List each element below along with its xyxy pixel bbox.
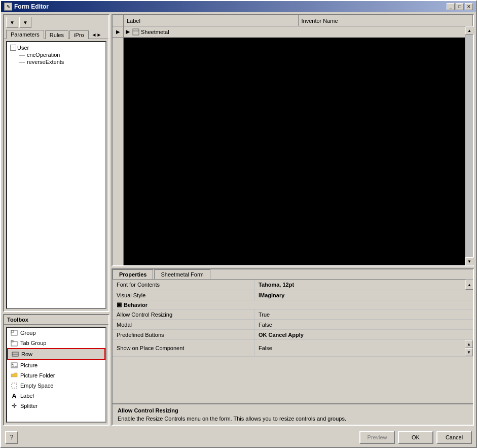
toolbox-label-picturefolder: Picture Folder [20, 372, 55, 378]
toolbox-item-tabgroup[interactable]: Tab Group [7, 338, 105, 348]
tree-item-cnc[interactable]: — cncOperation [9, 51, 103, 58]
prop-name-font: Font for Contents [113, 280, 254, 290]
description-text: Enable the Resize Controls menu on the f… [118, 416, 468, 422]
label-icon: A [10, 392, 18, 400]
prop-value-font[interactable]: Tahoma, 12pt [254, 280, 465, 290]
prop-scrollbar-right[interactable]: ▲ ▼ [465, 340, 473, 356]
toolbox-label-picture: Picture [20, 362, 38, 368]
parameters-panel: ▼ ▼ Parameters Rules iPro ◄► - [3, 14, 109, 312]
prop-content: Font for Contents Tahoma, 12pt ▲ Visual … [113, 280, 473, 403]
prop-value-acr[interactable]: True [254, 309, 473, 319]
canvas-area: Label Inventor Name ▶ [112, 14, 474, 266]
tabs-row: Parameters Rules iPro ◄► [4, 29, 108, 39]
prop-value-modal[interactable]: False [254, 320, 473, 329]
prop-name-modal: Modal [113, 320, 254, 329]
title-buttons: _ □ ✕ [447, 3, 473, 10]
form-canvas[interactable] [124, 38, 465, 265]
toolbox-title: Toolbox [4, 315, 108, 325]
prop-scroll-bottom[interactable]: ▼ [465, 348, 473, 356]
filter-icon: ▼ [10, 20, 15, 25]
section-behavior: ▣ Behavior [113, 300, 473, 309]
svg-point-7 [12, 364, 14, 365]
tree-expand-root[interactable]: - [10, 45, 16, 51]
prop-scroll-top[interactable]: ▲ [465, 340, 473, 348]
restore-button[interactable]: □ [456, 3, 464, 10]
col-header-label: Label [124, 15, 299, 26]
emptyspace-icon [10, 382, 18, 390]
toolbox-list: Group Tab Group Row [6, 327, 106, 423]
prop-row-visual: Visual Style iMaginary [113, 290, 473, 300]
canvas-header-left [113, 15, 124, 26]
tab-parameters[interactable]: Parameters [6, 30, 44, 39]
minimize-button[interactable]: _ [447, 3, 455, 10]
properties-panel: Properties Sheetmetal Form Font for Cont… [112, 268, 474, 426]
filter-button[interactable]: ▼ [6, 17, 18, 28]
row-num-arrow: ▶ [113, 26, 123, 38]
toolbox-item-group[interactable]: Group [7, 328, 105, 338]
tab-rules[interactable]: Rules [45, 30, 68, 39]
toolbox-item-emptyspace[interactable]: Empty Space [7, 381, 105, 391]
toolbox-label-splitter: Splitter [20, 403, 38, 409]
title-bar: ✎ Form Editor _ □ ✕ [1, 1, 476, 12]
toolbox-item-picture[interactable]: Picture [7, 360, 105, 370]
left-panel: ▼ ▼ Parameters Rules iPro ◄► - [3, 14, 109, 426]
toolbox-label-tabgroup: Tab Group [20, 340, 46, 346]
col-label-text: Label [127, 18, 140, 24]
prop-tab-sheetmetal[interactable]: Sheetmetal Form [154, 269, 210, 279]
tree-label-reverse: reverseExtents [27, 59, 64, 65]
tab-more[interactable]: ◄► [90, 31, 104, 39]
canvas-tree-row[interactable]: ▶ Sheetmetal [124, 26, 465, 38]
svg-rect-9 [12, 383, 17, 388]
tabgroup-icon [10, 339, 18, 347]
ok-button[interactable]: OK [398, 431, 433, 444]
tree-item-reverse[interactable]: — reverseExtents [9, 58, 103, 65]
scroll-up-button[interactable]: ▲ [465, 26, 473, 35]
prop-row-sopc: Show on Place Component False ▲ ▼ [113, 340, 473, 357]
prop-name-acr: Allow Control Resizing [113, 309, 254, 319]
cancel-button[interactable]: Cancel [436, 431, 472, 444]
scroll-track [465, 35, 473, 257]
toolbox-item-splitter[interactable]: ✛ Splitter [7, 401, 105, 411]
description-title: Allow Control Resizing [118, 407, 468, 413]
canvas-expand-icon: ▶ [126, 28, 130, 35]
scroll-down-button[interactable]: ▼ [465, 257, 473, 265]
window-title: Form Editor [14, 3, 49, 10]
footer: ? Preview OK Cancel [1, 428, 476, 447]
prop-value-sopc[interactable]: False [254, 340, 465, 356]
description-area: Allow Control Resizing Enable the Resize… [113, 403, 473, 425]
toolbox-item-label[interactable]: A Label [7, 391, 105, 401]
toolbox-label-emptyspace: Empty Space [20, 383, 53, 389]
close-button[interactable]: ✕ [465, 3, 473, 10]
toolbox-item-row[interactable]: Row [7, 348, 105, 360]
prop-row-predef: Predefined Buttons OK Cancel Apply [113, 330, 473, 340]
canvas-columns: Label Inventor Name [124, 15, 473, 26]
tree-label-cnc: cncOperation [27, 52, 60, 58]
canvas-form-icon [132, 28, 140, 36]
prop-scroll-up[interactable]: ▲ [465, 280, 473, 290]
prop-value-visual[interactable]: iMaginary [254, 290, 473, 300]
col-inventor-text: Inventor Name [302, 18, 338, 24]
window-body: ▼ ▼ Parameters Rules iPro ◄► - [1, 12, 476, 428]
toolbox-item-picturefolder[interactable]: Picture Folder [7, 370, 105, 381]
prop-name-predef: Predefined Buttons [113, 330, 254, 339]
title-bar-left: ✎ Form Editor [4, 3, 49, 11]
prop-tab-properties[interactable]: Properties [113, 269, 153, 279]
section-collapse-icon: ▣ [117, 301, 122, 308]
svg-rect-10 [133, 29, 139, 35]
toolbox-label-label: Label [20, 393, 34, 399]
canvas-scrollbar[interactable]: ▲ ▼ [465, 26, 473, 265]
prop-row-font: Font for Contents Tahoma, 12pt ▲ [113, 280, 473, 290]
dropdown-button[interactable]: ▼ [19, 17, 31, 28]
tree-root[interactable]: - User [9, 44, 103, 51]
tree-bullet-cnc: — [19, 52, 25, 58]
prop-scrollbar[interactable]: ▲ [465, 280, 473, 290]
toolbox-label-row: Row [21, 351, 32, 357]
footer-left: ? [5, 431, 18, 444]
toolbox-label-group: Group [20, 330, 36, 336]
svg-rect-3 [11, 340, 13, 342]
canvas-header: Label Inventor Name [113, 15, 473, 26]
preview-button[interactable]: Preview [359, 431, 395, 444]
tab-iprops[interactable]: iPro [69, 30, 89, 39]
help-button[interactable]: ? [5, 431, 18, 444]
prop-value-predef[interactable]: OK Cancel Apply [254, 330, 473, 339]
